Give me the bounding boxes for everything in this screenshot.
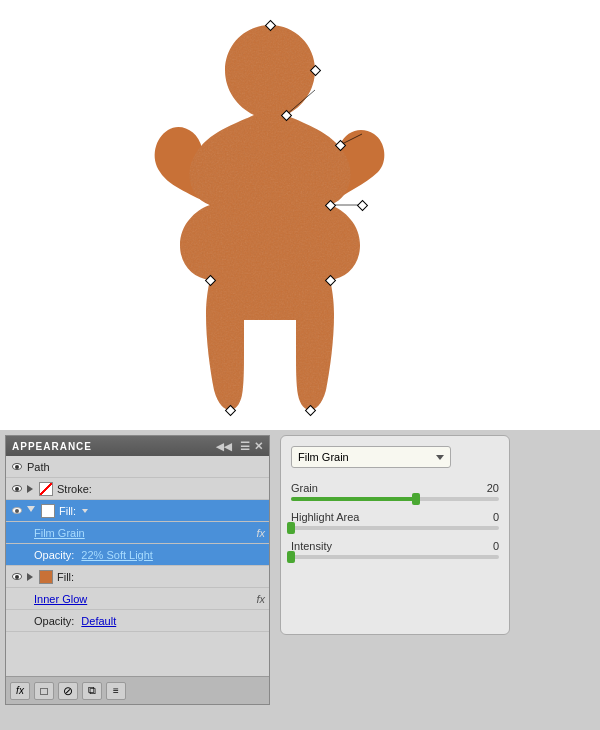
highlight-slider-track[interactable] bbox=[291, 526, 499, 530]
filmgrain-settings-panel: Film Grain Grain 20 Highlight Area 0 bbox=[280, 435, 510, 635]
gingerbread-figure bbox=[130, 10, 410, 420]
stroke-visibility-icon[interactable] bbox=[10, 482, 24, 496]
panel-footer: fx □ ⊘ ⧉ ≡ bbox=[6, 676, 269, 704]
opacity-value-2[interactable]: Default bbox=[81, 615, 116, 627]
fill-orange-row: Fill: bbox=[6, 566, 269, 588]
inner-glow-content: Inner Glow fx bbox=[34, 593, 265, 605]
inner-glow-row: Inner Glow fx bbox=[6, 588, 269, 610]
filmgrain-label[interactable]: Film Grain bbox=[34, 527, 85, 539]
menu-button[interactable]: ≡ bbox=[106, 682, 126, 700]
fg-dropdown[interactable]: Film Grain bbox=[291, 446, 451, 468]
highlight-header: Highlight Area 0 bbox=[291, 511, 499, 523]
opacity-softlight-content: Opacity: 22% Soft Light bbox=[34, 549, 265, 561]
new-item-button[interactable]: □ bbox=[34, 682, 54, 700]
fill-selected-row: Fill: bbox=[6, 500, 269, 522]
panel-menu-btn[interactable]: ☰ bbox=[240, 440, 250, 453]
intensity-slider-thumb[interactable] bbox=[287, 551, 295, 563]
panel-title: APPEARANCE bbox=[12, 441, 92, 452]
grain-param-row: Grain 20 bbox=[291, 482, 499, 501]
panel-close-btn[interactable]: ✕ bbox=[254, 440, 263, 453]
grain-slider-track[interactable] bbox=[291, 497, 499, 501]
fg-dropdown-label: Film Grain bbox=[298, 451, 349, 463]
filmgrain-row[interactable]: Film Grain fx bbox=[6, 522, 269, 544]
canvas-area bbox=[0, 0, 600, 430]
opacity-softlight-row: Opacity: 22% Soft Light bbox=[6, 544, 269, 566]
intensity-header: Intensity 0 bbox=[291, 540, 499, 552]
highlight-value: 0 bbox=[493, 511, 499, 523]
opacity-label-2: Opacity: bbox=[34, 615, 74, 627]
delete-button[interactable]: ⊘ bbox=[58, 682, 78, 700]
stroke-expand-icon[interactable] bbox=[27, 485, 33, 493]
fill-selected-label: Fill: bbox=[59, 505, 76, 517]
stroke-swatch[interactable] bbox=[39, 482, 53, 496]
filmgrain-row-content: Film Grain fx bbox=[34, 527, 265, 539]
svg-rect-0 bbox=[130, 10, 410, 420]
intensity-label: Intensity bbox=[291, 540, 332, 552]
fx-badge-1: fx bbox=[256, 527, 265, 539]
fg-dropdown-arrow-icon bbox=[436, 455, 444, 460]
path-row: Path bbox=[6, 456, 269, 478]
grain-value: 20 bbox=[487, 482, 499, 494]
fill-orange-visibility-icon[interactable] bbox=[10, 570, 24, 584]
opacity-value-1[interactable]: 22% Soft Light bbox=[81, 549, 153, 561]
path-row-content: Path bbox=[27, 461, 265, 473]
fill-selected-row-content: Fill: bbox=[27, 504, 265, 518]
grain-header: Grain 20 bbox=[291, 482, 499, 494]
fx-badge-2: fx bbox=[256, 593, 265, 605]
fill-orange-expand-icon[interactable] bbox=[27, 573, 33, 581]
panel-collapse-btn[interactable]: ◀◀ bbox=[216, 441, 232, 452]
duplicate-button[interactable]: ⧉ bbox=[82, 682, 102, 700]
panel-body: Path Stroke: bbox=[6, 456, 269, 676]
opacity-default-row: Opacity: Default bbox=[6, 610, 269, 632]
grain-slider-thumb[interactable] bbox=[412, 493, 420, 505]
grain-label: Grain bbox=[291, 482, 318, 494]
highlight-label: Highlight Area bbox=[291, 511, 360, 523]
intensity-param-row: Intensity 0 bbox=[291, 540, 499, 559]
bottom-area: APPEARANCE ◀◀ ☰ ✕ Path bbox=[0, 430, 600, 730]
appearance-panel: APPEARANCE ◀◀ ☰ ✕ Path bbox=[5, 435, 270, 705]
highlight-param-row: Highlight Area 0 bbox=[291, 511, 499, 530]
path-visibility-icon[interactable] bbox=[10, 460, 24, 474]
highlight-slider-thumb[interactable] bbox=[287, 522, 295, 534]
stroke-row-content: Stroke: bbox=[27, 482, 265, 496]
fill-selected-swatch[interactable] bbox=[41, 504, 55, 518]
panel-header: APPEARANCE ◀◀ ☰ ✕ bbox=[6, 436, 269, 456]
svg-rect-8 bbox=[358, 201, 368, 211]
opacity-label-1: Opacity: bbox=[34, 549, 74, 561]
inner-glow-label[interactable]: Inner Glow bbox=[34, 593, 87, 605]
grain-slider-fill bbox=[291, 497, 416, 501]
fill-expand-icon[interactable] bbox=[27, 506, 35, 516]
figure-container bbox=[130, 10, 410, 410]
fx-button[interactable]: fx bbox=[10, 682, 30, 700]
fill-orange-row-content: Fill: bbox=[27, 570, 265, 584]
path-label: Path bbox=[27, 461, 50, 473]
fill-dropdown-arrow[interactable] bbox=[82, 509, 88, 513]
fill-orange-swatch[interactable] bbox=[39, 570, 53, 584]
fill-orange-label: Fill: bbox=[57, 571, 74, 583]
intensity-value: 0 bbox=[493, 540, 499, 552]
fill-selected-visibility-icon[interactable] bbox=[10, 504, 24, 518]
fg-dropdown-row: Film Grain bbox=[291, 446, 499, 468]
stroke-row: Stroke: bbox=[6, 478, 269, 500]
intensity-slider-track[interactable] bbox=[291, 555, 499, 559]
stroke-label: Stroke: bbox=[57, 483, 92, 495]
opacity-default-content: Opacity: Default bbox=[34, 615, 265, 627]
